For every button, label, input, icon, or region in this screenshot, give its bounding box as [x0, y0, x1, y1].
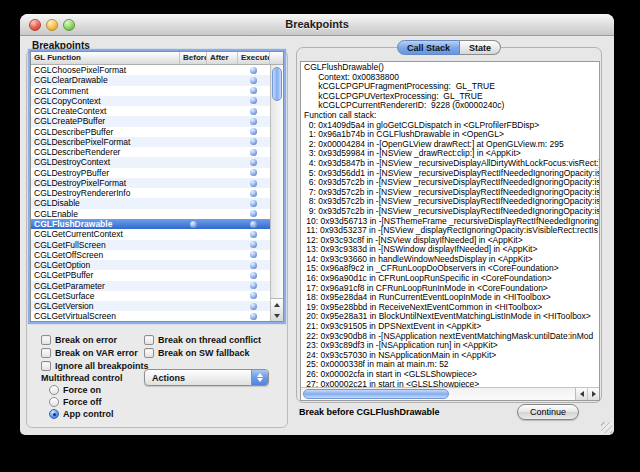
- before-cell[interactable]: [180, 209, 207, 219]
- before-cell[interactable]: [180, 260, 207, 270]
- before-cell[interactable]: [180, 127, 207, 137]
- breakpoint-orb-icon[interactable]: [250, 108, 257, 115]
- after-cell[interactable]: [207, 198, 238, 208]
- execute-cell[interactable]: [238, 270, 269, 280]
- table-row[interactable]: CGLGetCurrentContext: [31, 229, 270, 239]
- after-cell[interactable]: [207, 209, 238, 219]
- after-cell[interactable]: [207, 147, 238, 157]
- execute-cell[interactable]: [238, 127, 269, 137]
- table-row[interactable]: CGLComment: [31, 86, 270, 96]
- execute-cell[interactable]: [238, 86, 269, 96]
- column-header-after[interactable]: After: [207, 52, 238, 64]
- after-cell[interactable]: [207, 127, 238, 137]
- close-button[interactable]: [29, 19, 41, 31]
- breakpoint-orb-icon[interactable]: [250, 159, 257, 166]
- scroll-left-arrow-icon[interactable]: [576, 388, 587, 400]
- breakpoint-orb-icon[interactable]: [250, 282, 257, 289]
- before-cell[interactable]: [180, 281, 207, 291]
- after-cell[interactable]: [207, 291, 238, 301]
- after-cell[interactable]: [207, 188, 238, 198]
- breakpoint-orb-icon[interactable]: [250, 169, 257, 176]
- column-header-gl-function[interactable]: GL Function: [31, 52, 180, 64]
- execute-cell[interactable]: [238, 281, 269, 291]
- table-row[interactable]: CGLDescribePixelFormat: [31, 137, 270, 147]
- before-cell[interactable]: [180, 106, 207, 116]
- before-cell[interactable]: [180, 311, 207, 321]
- execute-cell[interactable]: [238, 311, 269, 321]
- execute-cell[interactable]: [238, 65, 269, 75]
- horizontal-scrollbar-thumb[interactable]: [303, 389, 449, 399]
- minimize-button[interactable]: [46, 19, 58, 31]
- radio-app-control[interactable]: App control: [49, 409, 114, 418]
- title-bar[interactable]: Breakpoints: [20, 14, 614, 36]
- execute-cell[interactable]: [238, 291, 269, 301]
- table-row[interactable]: CGLCreatePBuffer: [31, 116, 270, 126]
- breakpoint-orb-icon[interactable]: [250, 241, 257, 248]
- after-cell[interactable]: [207, 157, 238, 167]
- before-cell[interactable]: [180, 198, 207, 208]
- execute-cell[interactable]: [238, 106, 269, 116]
- execute-cell[interactable]: [238, 75, 269, 85]
- call-stack-text-area[interactable]: CGLFlushDrawable() Context: 0x00838800 k…: [300, 61, 600, 401]
- before-cell[interactable]: [180, 116, 207, 126]
- scroll-right-arrow-icon[interactable]: [587, 388, 599, 400]
- actions-dropdown[interactable]: Actions: [144, 369, 269, 386]
- breakpoint-orb-icon[interactable]: [250, 128, 257, 135]
- table-row[interactable]: CGLDescribePBuffer: [31, 127, 270, 137]
- table-row[interactable]: CGLClearDrawable: [31, 75, 270, 85]
- before-cell[interactable]: [180, 168, 207, 178]
- breakpoint-orb-icon[interactable]: [190, 221, 197, 228]
- before-cell[interactable]: [180, 291, 207, 301]
- radio-icon[interactable]: [49, 385, 59, 395]
- table-row[interactable]: CGLCreateContext: [31, 106, 270, 116]
- breakpoint-orb-icon[interactable]: [250, 138, 257, 145]
- table-row[interactable]: CGLDestroyRendererInfo: [31, 188, 270, 198]
- table-row[interactable]: CGLGetParameter: [31, 281, 270, 291]
- scroll-up-arrow-icon[interactable]: [271, 299, 283, 310]
- before-cell[interactable]: [180, 270, 207, 280]
- table-row[interactable]: CGLCopyContext: [31, 96, 270, 106]
- execute-cell[interactable]: [238, 137, 269, 147]
- checkbox-icon[interactable]: [144, 348, 154, 358]
- tab-state[interactable]: State: [460, 40, 501, 55]
- after-cell[interactable]: [207, 270, 238, 280]
- execute-cell[interactable]: [238, 96, 269, 106]
- breakpoint-orb-icon[interactable]: [250, 262, 257, 269]
- before-cell[interactable]: [180, 250, 207, 260]
- checkbox-break-on-sw-fallback[interactable]: Break on SW fallback: [144, 348, 261, 357]
- before-cell[interactable]: [180, 188, 207, 198]
- after-cell[interactable]: [207, 178, 238, 188]
- radio-force-off[interactable]: Force off: [49, 397, 114, 406]
- table-row[interactable]: CGLEnable: [31, 209, 270, 219]
- breakpoint-orb-icon[interactable]: [250, 292, 257, 299]
- execute-cell[interactable]: [238, 157, 269, 167]
- execute-cell[interactable]: [238, 219, 269, 229]
- breakpoint-orb-icon[interactable]: [250, 200, 257, 207]
- after-cell[interactable]: [207, 219, 238, 229]
- resize-grip[interactable]: [601, 422, 612, 433]
- checkbox-break-on-var-error[interactable]: Break on VAR error: [41, 348, 149, 357]
- after-cell[interactable]: [207, 168, 238, 178]
- before-cell[interactable]: [180, 75, 207, 85]
- column-header-execute[interactable]: Execute: [238, 52, 270, 64]
- breakpoint-orb-icon[interactable]: [250, 190, 257, 197]
- after-cell[interactable]: [207, 229, 238, 239]
- checkbox-ignore-all-breakpoints[interactable]: Ignore all breakpoints: [41, 361, 149, 370]
- table-row[interactable]: CGLGetVersion: [31, 301, 270, 311]
- scroll-down-arrow-icon[interactable]: [271, 310, 283, 321]
- vertical-scrollbar-thumb[interactable]: [272, 67, 282, 101]
- table-row[interactable]: CGLFlushDrawable: [31, 219, 270, 229]
- execute-cell[interactable]: [238, 229, 269, 239]
- after-cell[interactable]: [207, 250, 238, 260]
- radio-force-on[interactable]: Force on: [49, 385, 114, 394]
- table-row[interactable]: CGLDestroyContext: [31, 157, 270, 167]
- before-cell[interactable]: [180, 229, 207, 239]
- before-cell[interactable]: [180, 240, 207, 250]
- tab-call-stack[interactable]: Call Stack: [397, 40, 460, 55]
- breakpoint-orb-icon[interactable]: [250, 67, 257, 74]
- breakpoint-orb-icon[interactable]: [250, 87, 257, 94]
- table-row[interactable]: CGLDestroyPBuffer: [31, 168, 270, 178]
- checkbox-icon[interactable]: [41, 361, 51, 371]
- radio-icon[interactable]: [49, 409, 59, 419]
- column-header-before[interactable]: Before: [180, 52, 207, 64]
